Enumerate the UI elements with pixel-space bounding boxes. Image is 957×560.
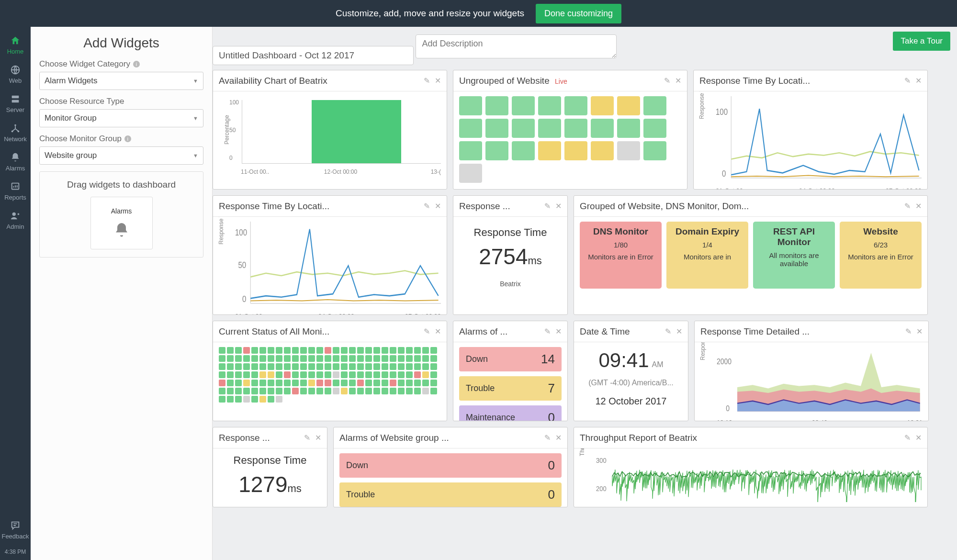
alarm-row[interactable]: Trouble0 [339,482,562,507]
select-widget-category[interactable]: Alarm Widgets▼ [39,72,203,90]
status-dot[interactable] [308,355,315,362]
status-tile[interactable] [459,141,482,160]
status-dot[interactable] [406,347,413,354]
status-dot[interactable] [251,347,258,354]
edit-icon[interactable] [904,202,911,211]
status-dot[interactable] [390,388,396,394]
edit-icon[interactable] [304,433,310,442]
close-icon[interactable] [915,76,922,85]
status-dot[interactable] [390,380,396,386]
status-dot[interactable] [284,380,291,386]
edit-icon[interactable] [424,76,430,85]
status-dot[interactable] [243,363,250,370]
edit-icon[interactable] [544,433,551,442]
status-dot[interactable] [398,363,405,370]
status-dot[interactable] [390,355,396,362]
alarm-row[interactable]: Down14 [459,347,562,371]
status-dot[interactable] [373,363,380,370]
close-icon[interactable] [435,202,441,211]
close-icon[interactable] [555,327,562,336]
status-dot[interactable] [284,355,291,362]
status-dot[interactable] [227,371,234,378]
status-dot[interactable] [349,347,356,354]
close-icon[interactable] [435,327,441,336]
status-dot[interactable] [243,347,250,354]
alarm-row[interactable]: Trouble7 [459,376,562,401]
status-dot[interactable] [430,388,437,394]
status-dot[interactable] [414,355,421,362]
status-dot[interactable] [406,363,413,370]
status-dot[interactable] [268,380,274,386]
status-dot[interactable] [349,371,356,378]
info-icon[interactable]: i [124,135,131,142]
status-dot[interactable] [398,388,405,394]
status-dot[interactable] [251,355,258,362]
select-resource-type[interactable]: Monitor Group▼ [39,109,203,127]
status-dot[interactable] [227,363,234,370]
status-dot[interactable] [414,347,421,354]
status-dot[interactable] [284,388,291,394]
status-dot[interactable] [268,355,274,362]
edit-icon[interactable] [664,76,670,85]
close-icon[interactable] [315,433,321,442]
close-icon[interactable] [555,433,562,442]
status-dot[interactable] [300,371,307,378]
close-icon[interactable] [915,202,922,211]
close-icon[interactable] [916,327,923,336]
status-dot[interactable] [251,363,258,370]
status-dot[interactable] [365,355,372,362]
group-box[interactable]: DNS Monitor1/80Monitors are in Error [580,222,662,289]
status-dot[interactable] [235,396,242,403]
status-dot[interactable] [357,388,364,394]
status-tile[interactable] [617,141,640,160]
status-dot[interactable] [333,347,339,354]
status-dot[interactable] [422,388,429,394]
status-dot[interactable] [422,380,429,386]
status-dot[interactable] [406,371,413,378]
status-dot[interactable] [406,380,413,386]
status-tile[interactable] [512,96,535,115]
edit-icon[interactable] [424,202,430,211]
status-dot[interactable] [259,388,266,394]
status-dot[interactable] [243,396,250,403]
info-icon[interactable]: i [133,61,140,67]
status-dot[interactable] [341,355,348,362]
status-dot[interactable] [292,388,299,394]
status-dot[interactable] [316,388,323,394]
status-dot[interactable] [406,388,413,394]
dashboard-description-input[interactable] [416,34,617,58]
edit-icon[interactable] [544,202,551,211]
status-dot[interactable] [308,388,315,394]
status-dot[interactable] [382,380,388,386]
status-dot[interactable] [316,347,323,354]
status-dot[interactable] [235,355,242,362]
status-dot[interactable] [406,355,413,362]
status-dot[interactable] [357,371,364,378]
status-dot[interactable] [430,363,437,370]
nav-alarms[interactable]: Alarms [0,147,31,177]
status-dot[interactable] [227,347,234,354]
status-dot[interactable] [430,347,437,354]
nav-reports[interactable]: Reports [0,177,31,206]
status-dot[interactable] [243,388,250,394]
status-dot[interactable] [300,363,307,370]
status-dot[interactable] [300,355,307,362]
status-dot[interactable] [243,371,250,378]
status-dot[interactable] [357,380,364,386]
status-dot[interactable] [341,371,348,378]
status-dot[interactable] [219,396,225,403]
status-dot[interactable] [219,380,225,386]
status-dot[interactable] [276,380,282,386]
status-dot[interactable] [251,380,258,386]
status-dot[interactable] [398,355,405,362]
status-dot[interactable] [333,380,339,386]
status-tile[interactable] [591,119,614,138]
edit-icon[interactable] [904,76,911,85]
status-dot[interactable] [390,363,396,370]
status-tile[interactable] [459,96,482,115]
nav-home[interactable]: Home [0,31,31,60]
status-tile[interactable] [591,141,614,160]
status-dot[interactable] [308,371,315,378]
status-dot[interactable] [268,371,274,378]
status-dot[interactable] [333,371,339,378]
